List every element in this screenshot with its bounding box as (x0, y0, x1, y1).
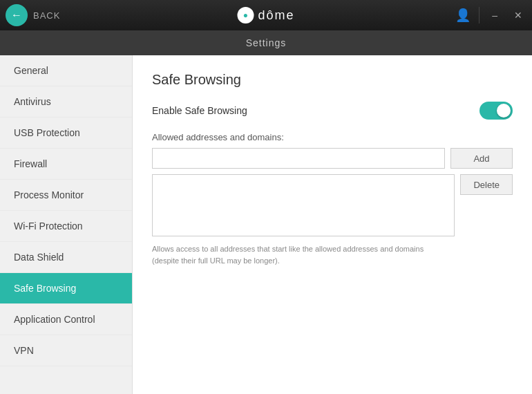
sidebar-item-general[interactable]: General (0, 55, 132, 86)
address-input-row: Add (152, 148, 513, 169)
sidebar-item-usb-protection[interactable]: USB Protection (0, 118, 132, 149)
back-button[interactable]: ← (6, 4, 28, 26)
title-bar-right: 👤 – ✕ (455, 7, 526, 24)
page-title: Safe Browsing (152, 72, 513, 88)
delete-button[interactable]: Delete (460, 174, 513, 195)
address-input[interactable] (152, 148, 445, 169)
back-arrow-icon: ← (11, 9, 22, 21)
logo-area: ● dôme (237, 7, 294, 24)
enable-safe-browsing-label: Enable Safe Browsing (152, 105, 247, 116)
toggle-track (479, 102, 513, 120)
close-button[interactable]: ✕ (510, 8, 526, 22)
add-button[interactable]: Add (450, 148, 513, 169)
sidebar-item-wifi-protection[interactable]: Wi-Fi Protection (0, 211, 132, 242)
divider (479, 7, 479, 24)
address-label: Allowed addresses and domains: (152, 132, 513, 142)
content-area: Safe Browsing Enable Safe Browsing Allow… (133, 55, 532, 394)
logo-text: dôme (258, 8, 294, 23)
sidebar-item-antivirus[interactable]: Antivirus (0, 86, 132, 118)
enable-safe-browsing-toggle[interactable] (479, 102, 513, 120)
sidebar-item-application-control[interactable]: Application Control (0, 304, 132, 335)
settings-bar: Settings (0, 30, 532, 55)
back-label: BACK (33, 10, 60, 21)
toggle-thumb (497, 104, 511, 118)
address-list[interactable] (152, 174, 455, 236)
logo-icon: ● (237, 7, 254, 24)
settings-title: Settings (246, 37, 287, 48)
title-bar-left: ← BACK (6, 4, 60, 26)
sidebar: General Antivirus USB Protection Firewal… (0, 55, 133, 394)
hint-text: Allows access to all addresses that star… (152, 243, 442, 266)
sidebar-item-firewall[interactable]: Firewall (0, 149, 132, 180)
main-layout: General Antivirus USB Protection Firewal… (0, 55, 532, 394)
sidebar-item-process-monitor[interactable]: Process Monitor (0, 180, 132, 211)
title-bar: ← BACK ● dôme 👤 – ✕ (0, 0, 532, 30)
sidebar-item-safe-browsing[interactable]: Safe Browsing (0, 273, 132, 304)
minimize-button[interactable]: – (488, 8, 502, 22)
address-list-row: Delete (152, 174, 513, 236)
enable-safe-browsing-row: Enable Safe Browsing (152, 102, 513, 120)
user-icon[interactable]: 👤 (455, 8, 471, 23)
sidebar-item-vpn[interactable]: VPN (0, 335, 132, 366)
sidebar-item-data-shield[interactable]: Data Shield (0, 242, 132, 273)
